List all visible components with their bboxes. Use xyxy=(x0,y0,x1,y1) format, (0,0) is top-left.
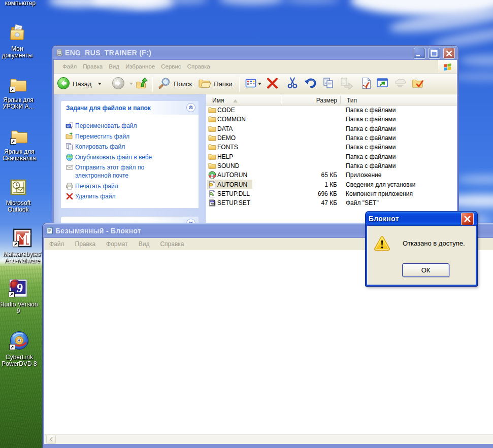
task-link[interactable]: Опубликовать файл в вебе xyxy=(75,153,160,161)
file-row-HELP[interactable]: HELPПапка с файлами xyxy=(206,152,457,161)
explorer-menu-Правка[interactable]: Правка xyxy=(80,63,106,70)
folders-button[interactable]: Папки xyxy=(198,77,233,91)
desktop-icon-malwarebytes[interactable]: Malwarebytes' Anti-Malware xyxy=(0,228,47,264)
notepad-menu-Формат[interactable]: Формат xyxy=(105,240,133,248)
folder-check-icon xyxy=(411,77,424,91)
file-name-cell: SETUP.SET xyxy=(206,198,281,208)
delete-button[interactable] xyxy=(265,77,280,91)
move-task-icon xyxy=(65,132,75,141)
folder-file-icon xyxy=(208,143,216,151)
folder-check-button[interactable] xyxy=(411,77,424,91)
studio-9-icon: 9 xyxy=(9,279,28,298)
explorer-menu-Справка[interactable]: Справка xyxy=(184,63,213,70)
file-name-cell: DATA xyxy=(206,124,281,133)
desktop-icon-label: Мои документы xyxy=(0,46,37,59)
file-row-SETUP.SET[interactable]: SETUP.SET47 КБФайл "SET" xyxy=(206,198,457,208)
file-row-DEMO[interactable]: DEMOПапка с файлами xyxy=(206,133,457,143)
task-item[interactable]: Отправить этот файл по электронной почте xyxy=(65,163,196,180)
check-doc-button[interactable] xyxy=(360,77,373,91)
copy-icon xyxy=(322,77,335,91)
file-row-FONTS[interactable]: FONTSПапка с файлами xyxy=(206,143,457,152)
file-row-AUTORUN[interactable]: AUTORUN65 КБПриложение xyxy=(206,170,457,180)
task-item[interactable]: Опубликовать файл в вебе xyxy=(65,153,196,161)
column-name[interactable]: Имя xyxy=(206,95,281,105)
back-button[interactable]: Назад xyxy=(57,77,91,91)
maximize-button[interactable] xyxy=(429,48,440,59)
file-size: 65 КБ xyxy=(281,171,341,179)
close-icon xyxy=(462,213,473,225)
file-type: Компонент приложения xyxy=(341,190,413,197)
task-link[interactable]: Переименовать файл xyxy=(75,122,160,130)
desktop-icon-shortcut-skachivalka[interactable]: Ярлык для Скачивалка xyxy=(0,128,40,162)
dialog-titlebar[interactable]: Блокнот xyxy=(366,212,477,226)
explorer-menu-Вид[interactable]: Вид xyxy=(106,63,122,70)
task-item[interactable]: Удалить файл xyxy=(65,192,196,200)
task-link[interactable]: Отправить этот файл по электронной почте xyxy=(75,163,160,180)
task-item[interactable]: Копировать файл xyxy=(65,143,196,151)
cut-button[interactable] xyxy=(286,77,299,91)
dialog-close-button[interactable] xyxy=(461,213,474,225)
notepad-menu-Вид[interactable]: Вид xyxy=(137,240,155,248)
file-row-COMMON[interactable]: COMMONПапка с файлами xyxy=(206,115,457,124)
collapse-chevron-button[interactable] xyxy=(186,103,195,112)
ok-button[interactable]: ОК xyxy=(402,263,449,277)
task-link[interactable]: Копировать файл xyxy=(75,143,160,151)
notepad-hscrollbar[interactable] xyxy=(44,434,493,444)
up-icon xyxy=(136,77,149,91)
notepad-menu-Справка[interactable]: Справка xyxy=(158,240,189,248)
shortcut-arrow-icon xyxy=(13,241,19,247)
explorer-menu-Избранное[interactable]: Избранное xyxy=(122,63,158,70)
notepad-menu-Правка[interactable]: Правка xyxy=(74,240,101,248)
list-header: Имя Размер Тип xyxy=(206,94,457,106)
file-row-SOUND[interactable]: SOUNDПапка с файлами xyxy=(206,161,457,170)
shortcut-arrow-icon xyxy=(9,291,15,297)
desktop-icon-powerdvd[interactable]: CyberLink PowerDVD 8 xyxy=(0,330,41,367)
views-dropdown[interactable] xyxy=(258,79,262,90)
forward-dropdown[interactable] xyxy=(129,79,133,90)
shortcut-arrow-icon xyxy=(9,344,15,350)
gray-pages-button[interactable] xyxy=(393,77,407,91)
column-type[interactable]: Тип xyxy=(341,95,457,105)
search-button[interactable]: Поиск xyxy=(158,77,192,91)
up-button[interactable] xyxy=(136,77,149,91)
explorer-titlebar[interactable]: ENG_RUS_TRAINER (F:) xyxy=(52,46,458,60)
file-row-DATA[interactable]: DATAПапка с файлами xyxy=(206,124,457,133)
rename-task-icon xyxy=(65,122,75,130)
desktop-icon-shortcut-uroki[interactable]: Ярлык для УРОКИ А... xyxy=(0,76,38,110)
desktop-icon-microsoft-outlook[interactable]: Microsoft Outlook xyxy=(0,178,38,213)
minimize-button[interactable] xyxy=(414,48,425,59)
move-to-button[interactable] xyxy=(340,77,354,91)
cloud xyxy=(459,55,493,66)
column-size[interactable]: Размер xyxy=(281,95,341,105)
undo-button[interactable] xyxy=(303,77,317,91)
copy-button[interactable] xyxy=(322,77,335,91)
desktop-icon-my-computer[interactable]: компьютер xyxy=(0,0,41,7)
file-name: AUTORUN xyxy=(217,171,247,179)
file-row-CODE[interactable]: CODEПапка с файлами xyxy=(206,106,457,115)
close-button[interactable] xyxy=(443,48,455,59)
dialog-body: Отказано в доступе. ОК xyxy=(367,226,476,285)
desktop-icon-my-documents[interactable]: Мои документы xyxy=(0,23,37,59)
task-item[interactable]: Печатать файл xyxy=(65,182,196,190)
explorer-menu-Сервис[interactable]: Сервис xyxy=(158,63,184,70)
views-button[interactable] xyxy=(245,77,257,91)
desktop-icon-label: Microsoft Outlook xyxy=(0,200,38,213)
desktop-icon-studio-9[interactable]: 9Studio Version 9 xyxy=(0,279,39,315)
file-name: SETUP.SET xyxy=(217,199,250,206)
file-row-SETUP.DLL[interactable]: SETUP.DLL696 КБКомпонент приложения xyxy=(206,189,457,198)
back-dropdown[interactable] xyxy=(97,79,102,90)
task-link[interactable]: Переместить файл xyxy=(75,132,160,141)
file-row-AUTORUN[interactable]: AUTORUN1 КБСведения для установки xyxy=(206,180,457,189)
file-name-group: COMMON xyxy=(207,115,251,124)
notepad-menu-Файл[interactable]: Файл xyxy=(48,240,70,248)
task-link[interactable]: Удалить файл xyxy=(75,192,160,200)
forward-button[interactable] xyxy=(112,77,125,91)
window-arrow-button[interactable] xyxy=(376,77,389,91)
delete-icon xyxy=(265,77,280,91)
task-item[interactable]: Переместить файл xyxy=(65,132,196,141)
file-name-group: SOUND xyxy=(207,161,244,170)
task-item[interactable]: Переименовать файл xyxy=(65,122,196,130)
explorer-menu-Файл[interactable]: Файл xyxy=(59,63,80,70)
task-link[interactable]: Печатать файл xyxy=(75,182,160,190)
scroll-left-button[interactable] xyxy=(46,435,56,444)
